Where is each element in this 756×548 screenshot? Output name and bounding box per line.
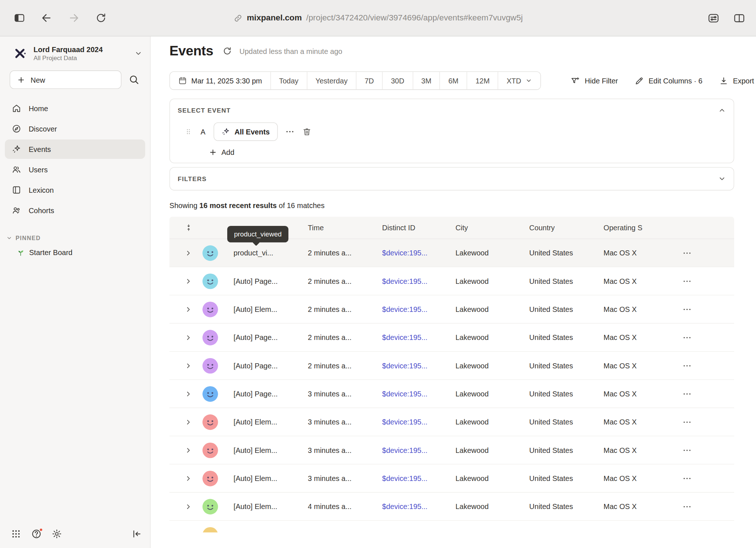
pinned-header-label: PINNED <box>16 235 41 242</box>
row-expand-chevron-icon[interactable] <box>169 418 202 426</box>
table-row[interactable]: [Auto] Elem... 3 minutes a... $device:19… <box>169 465 734 493</box>
row-more-options-icon[interactable] <box>677 304 697 314</box>
sidebar-item-starter-board[interactable]: Starter Board <box>0 248 150 257</box>
table-row[interactable]: [Auto] Page... 2 minutes a... $device:19… <box>169 267 734 295</box>
column-header-country[interactable]: Country <box>529 223 603 232</box>
address-bar[interactable]: mixpanel.com/project/3472420/view/397469… <box>233 13 523 23</box>
sidebar-item-discover[interactable]: Discover <box>5 119 145 138</box>
row-more-options-icon[interactable] <box>677 445 697 455</box>
row-more-options-icon[interactable] <box>677 417 697 427</box>
distinct-id-link[interactable]: $device:195... <box>382 361 455 370</box>
table-row[interactable]: [Auto] Elem... 3 minutes a... $device:19… <box>169 408 734 436</box>
os-cell: Mac OS X <box>603 390 677 398</box>
table-row[interactable]: [Auto] Page... 3 minutes a... $device:19… <box>169 380 734 408</box>
distinct-id-link[interactable]: $device:195... <box>382 502 455 511</box>
distinct-id-link[interactable]: $device:195... <box>382 333 455 342</box>
split-view-icon[interactable] <box>733 12 745 24</box>
trash-icon[interactable] <box>302 127 312 137</box>
column-header-city[interactable]: City <box>456 223 529 232</box>
sidebar: Lord Farquaad 2024 All Project Data New <box>0 36 150 548</box>
range-6m[interactable]: 6M <box>440 72 466 89</box>
table-row[interactable]: [Auto] Page... 2 minutes a... $device:19… <box>169 352 734 380</box>
column-header-distinct-id[interactable]: Distinct ID <box>382 223 455 232</box>
event-name-cell: [Auto] Page... <box>218 333 308 342</box>
pinned-section-header[interactable]: PINNED <box>0 235 150 242</box>
row-more-options-icon[interactable] <box>677 389 697 399</box>
table-row[interactable]: [Auto] Elem... 3 minutes a... $device:19… <box>169 436 734 464</box>
row-expand-chevron-icon[interactable] <box>169 305 202 313</box>
gear-icon[interactable] <box>51 529 62 539</box>
table-row[interactable] <box>169 521 734 532</box>
time-cell: 2 minutes a... <box>308 249 382 257</box>
row-more-options-icon[interactable] <box>677 248 697 258</box>
range-30d[interactable]: 30D <box>382 72 412 89</box>
hide-filter-button[interactable]: Hide Filter <box>571 76 618 85</box>
more-options-icon[interactable] <box>285 127 295 137</box>
drag-handle-icon[interactable] <box>185 128 192 136</box>
sidebar-item-label: Discover <box>29 125 57 133</box>
table-row[interactable]: [Auto] Elem... 4 minutes a... $device:19… <box>169 493 734 521</box>
back-icon[interactable] <box>41 12 52 24</box>
row-expand-chevron-icon[interactable] <box>169 390 202 398</box>
date-range-control: Mar 11, 2025 3:30 pm Today Yesterday 7D … <box>169 71 541 90</box>
search-icon[interactable] <box>128 74 140 86</box>
row-more-options-icon[interactable] <box>677 473 697 483</box>
date-label: Mar 11, 2025 3:30 pm <box>191 77 262 85</box>
sidebar-item-lexicon[interactable]: Lexicon <box>5 180 145 200</box>
table-row[interactable]: [Auto] Page... 2 minutes a... $device:19… <box>169 324 734 352</box>
distinct-id-link[interactable]: $device:195... <box>382 446 455 454</box>
date-picker-button[interactable]: Mar 11, 2025 3:30 pm <box>170 72 271 89</box>
sidebar-item-home[interactable]: Home <box>5 99 145 118</box>
column-header-os[interactable]: Operating S <box>603 223 677 232</box>
export-button[interactable]: Export <box>719 76 754 85</box>
edit-columns-button[interactable]: Edit Columns · 6 <box>634 76 702 85</box>
row-expand-chevron-icon[interactable] <box>169 502 202 510</box>
range-xtd[interactable]: XTD <box>498 72 540 89</box>
range-yesterday[interactable]: Yesterday <box>307 72 356 89</box>
site-settings-icon[interactable] <box>708 12 720 24</box>
sidebar-toggle-icon[interactable] <box>13 12 25 24</box>
row-expand-chevron-icon[interactable] <box>169 333 202 341</box>
pinned-item-label: Starter Board <box>29 248 72 257</box>
reload-icon[interactable] <box>95 12 107 24</box>
distinct-id-link[interactable]: $device:195... <box>382 249 455 257</box>
row-more-options-icon[interactable] <box>677 333 697 342</box>
distinct-id-link[interactable]: $device:195... <box>382 474 455 482</box>
row-expand-chevron-icon[interactable] <box>169 277 202 285</box>
row-expand-chevron-icon[interactable] <box>169 362 202 369</box>
add-event-button[interactable]: Add <box>209 148 234 157</box>
sidebar-item-cohorts[interactable]: Cohorts <box>5 201 145 220</box>
chevron-down-icon[interactable] <box>718 175 726 183</box>
event-selector-chip[interactable]: All Events <box>214 122 277 141</box>
range-12m[interactable]: 12M <box>467 72 498 89</box>
time-cell: 2 minutes a... <box>308 333 382 342</box>
range-3m[interactable]: 3M <box>413 72 440 89</box>
row-more-options-icon[interactable] <box>677 502 697 512</box>
distinct-id-link[interactable]: $device:195... <box>382 277 455 285</box>
column-header-time[interactable]: Time <box>308 223 382 232</box>
forward-icon[interactable] <box>68 12 80 24</box>
refresh-icon[interactable] <box>223 46 232 56</box>
row-more-options-icon[interactable] <box>677 276 697 286</box>
row-expand-chevron-icon[interactable] <box>169 474 202 482</box>
apps-grid-icon[interactable] <box>11 529 21 539</box>
distinct-id-link[interactable]: $device:195... <box>382 305 455 313</box>
sidebar-item-users[interactable]: Users <box>5 160 145 179</box>
sidebar-item-events[interactable]: Events <box>5 140 145 159</box>
distinct-id-link[interactable]: $device:195... <box>382 418 455 426</box>
table-body: product_vi... 2 minutes a... $device:195… <box>169 239 734 532</box>
new-button[interactable]: New <box>10 70 122 89</box>
distinct-id-link[interactable]: $device:195... <box>382 390 455 398</box>
collapse-rows-icon[interactable] <box>185 223 193 232</box>
avatar <box>202 499 218 514</box>
chevron-up-icon[interactable] <box>718 106 726 114</box>
row-expand-chevron-icon[interactable] <box>169 446 202 454</box>
collapse-sidebar-icon[interactable] <box>131 529 142 539</box>
row-more-options-icon[interactable] <box>677 361 697 371</box>
row-expand-chevron-icon[interactable] <box>169 249 202 257</box>
avatar <box>202 245 218 261</box>
range-7d[interactable]: 7D <box>356 72 382 89</box>
project-selector[interactable]: Lord Farquaad 2024 All Project Data <box>0 36 150 67</box>
table-row[interactable]: [Auto] Elem... 2 minutes a... $device:19… <box>169 295 734 324</box>
range-today[interactable]: Today <box>270 72 307 89</box>
